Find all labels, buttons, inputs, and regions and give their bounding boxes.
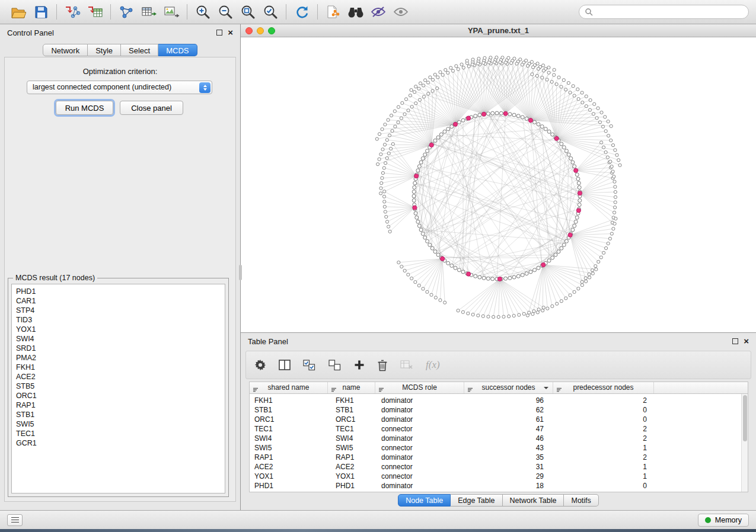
table-scrollbar[interactable]	[741, 394, 748, 492]
network-node[interactable]	[557, 76, 560, 79]
network-node[interactable]	[589, 98, 592, 101]
table-row[interactable]: TEC1TEC1connector472	[250, 424, 748, 434]
network-node[interactable]	[588, 276, 591, 279]
network-node[interactable]	[599, 256, 602, 259]
network-node[interactable]	[595, 117, 598, 120]
network-node[interactable]	[489, 56, 492, 59]
network-node[interactable]	[430, 293, 433, 296]
network-node[interactable]	[401, 101, 404, 104]
network-node[interactable]	[585, 105, 588, 108]
deselect-all-rows-button[interactable]	[328, 360, 342, 371]
network-node[interactable]	[535, 74, 538, 77]
panel-splitter-handle[interactable]	[239, 265, 242, 280]
network-node[interactable]	[375, 137, 378, 140]
control-panel-tab-style[interactable]: Style	[88, 44, 121, 56]
control-panel-tab-network[interactable]: Network	[43, 44, 88, 56]
network-node[interactable]	[598, 121, 601, 124]
network-node[interactable]	[560, 85, 563, 88]
network-node[interactable]	[446, 71, 449, 74]
sort-direction-icon[interactable]	[544, 387, 548, 389]
column-header-shared-name[interactable]: shared name	[250, 382, 328, 393]
table-row[interactable]: YOX1YOX1connector291	[250, 472, 748, 481]
network-node[interactable]	[410, 105, 413, 108]
network-node[interactable]	[525, 272, 528, 275]
network-node[interactable]	[577, 287, 580, 290]
table-row[interactable]: SWI5SWI5connector431	[250, 443, 748, 453]
network-node[interactable]	[400, 265, 403, 268]
network-node[interactable]	[564, 297, 567, 300]
network-node[interactable]	[547, 130, 551, 133]
network-node[interactable]	[564, 239, 568, 243]
network-node[interactable]	[413, 206, 417, 210]
network-node[interactable]	[441, 257, 445, 261]
network-node[interactable]	[560, 300, 563, 303]
network-node[interactable]	[433, 139, 437, 142]
network-node[interactable]	[609, 160, 612, 163]
network-node[interactable]	[414, 174, 419, 178]
network-node[interactable]	[492, 315, 495, 318]
network-node[interactable]	[439, 133, 443, 136]
network-node[interactable]	[504, 61, 507, 64]
network-node[interactable]	[376, 163, 379, 166]
network-node[interactable]	[381, 177, 384, 180]
new-network-button[interactable]	[115, 2, 138, 22]
mcds-result-item[interactable]: SRD1	[16, 344, 225, 353]
network-node[interactable]	[460, 63, 463, 66]
network-node[interactable]	[508, 276, 512, 280]
network-node[interactable]	[385, 220, 388, 223]
network-node[interactable]	[542, 69, 545, 72]
network-node[interactable]	[383, 143, 386, 146]
network-node[interactable]	[529, 270, 532, 274]
mcds-result-item[interactable]: SWI5	[16, 419, 225, 429]
network-node[interactable]	[573, 165, 576, 168]
network-node[interactable]	[433, 73, 436, 76]
network-canvas[interactable]	[241, 37, 756, 332]
table-tab-edge-table[interactable]: Edge Table	[451, 494, 502, 507]
network-node[interactable]	[562, 146, 566, 149]
network-node[interactable]	[457, 68, 460, 70]
network-node[interactable]	[382, 166, 385, 169]
search-network-button[interactable]	[344, 2, 367, 22]
network-node[interactable]	[615, 153, 618, 156]
network-node[interactable]	[439, 299, 442, 302]
zoom-selected-button[interactable]	[259, 2, 282, 22]
network-node[interactable]	[591, 272, 594, 275]
network-node[interactable]	[414, 85, 417, 88]
network-node[interactable]	[607, 242, 610, 245]
column-header-successor-nodes[interactable]: successor nodes	[464, 382, 553, 393]
network-node[interactable]	[614, 217, 617, 220]
mcds-result-item[interactable]: CAR1	[16, 296, 225, 306]
network-node[interactable]	[423, 153, 427, 156]
table-row[interactable]: RAP1RAP1dominator352	[250, 453, 748, 462]
network-node[interactable]	[581, 101, 584, 104]
network-node[interactable]	[613, 175, 615, 178]
network-node[interactable]	[594, 265, 597, 268]
network-node[interactable]	[381, 148, 384, 151]
network-node[interactable]	[604, 116, 607, 118]
network-node[interactable]	[478, 113, 481, 117]
network-node[interactable]	[578, 198, 582, 202]
network-node[interactable]	[410, 88, 413, 91]
refresh-view-button[interactable]	[291, 2, 313, 22]
network-node[interactable]	[564, 88, 567, 91]
network-node[interactable]	[502, 315, 505, 318]
network-node[interactable]	[378, 158, 381, 161]
network-node[interactable]	[483, 56, 486, 59]
network-node[interactable]	[536, 311, 539, 314]
network-node[interactable]	[379, 192, 382, 195]
network-node[interactable]	[439, 70, 442, 73]
network-node[interactable]	[444, 68, 447, 71]
network-node[interactable]	[593, 102, 596, 105]
network-node[interactable]	[512, 314, 515, 317]
network-node[interactable]	[578, 203, 581, 207]
network-node[interactable]	[467, 65, 470, 68]
network-node[interactable]	[614, 201, 617, 204]
network-node[interactable]	[532, 310, 535, 313]
network-node[interactable]	[414, 211, 417, 215]
network-node[interactable]	[417, 284, 420, 287]
network-node[interactable]	[499, 111, 503, 115]
table-tab-motifs[interactable]: Motifs	[564, 494, 598, 507]
network-node[interactable]	[518, 313, 521, 316]
network-node[interactable]	[516, 274, 520, 278]
network-node[interactable]	[418, 98, 421, 101]
